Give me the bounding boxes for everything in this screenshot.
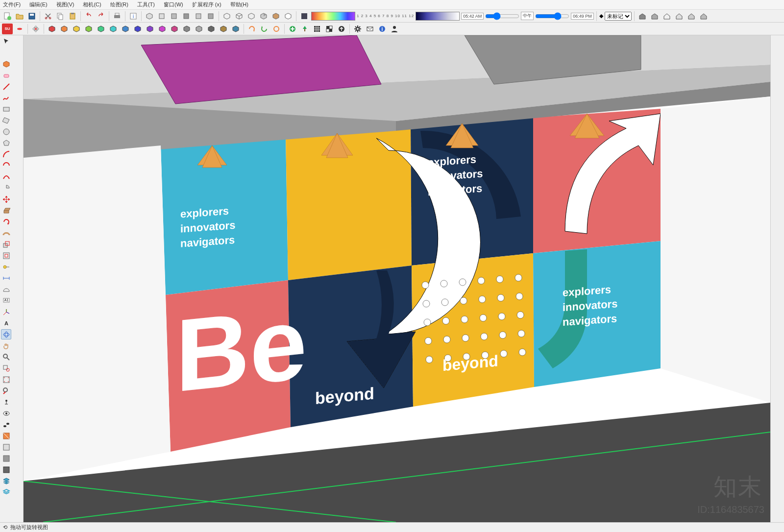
2pt-arc-tool[interactable]: [1, 160, 11, 170]
plugin-btn-14[interactable]: [218, 24, 229, 34]
gear-icon[interactable]: [352, 24, 363, 34]
add-icon[interactable]: [287, 24, 298, 34]
new-file-button[interactable]: [2, 11, 13, 22]
house-icon[interactable]: [662, 11, 672, 22]
copy-button[interactable]: [55, 11, 66, 22]
axes-tool[interactable]: [1, 307, 11, 317]
tree-icon[interactable]: [299, 24, 310, 34]
back-view-button[interactable]: [193, 11, 204, 22]
move-tool[interactable]: [1, 194, 11, 204]
followme-tool[interactable]: [1, 228, 11, 238]
eraser-tool[interactable]: [1, 70, 11, 80]
info-icon[interactable]: i: [377, 24, 388, 34]
su-logo-icon[interactable]: SU: [2, 24, 13, 34]
rotate-tool[interactable]: [1, 217, 11, 227]
3pt-arc-tool[interactable]: [1, 171, 11, 182]
plugin-s-icon[interactable]: [14, 24, 25, 34]
plugin-btn-8[interactable]: [145, 24, 155, 34]
text-tool[interactable]: A1: [1, 295, 11, 306]
zoom-tool[interactable]: [1, 352, 11, 362]
plugin-btn-11[interactable]: [181, 24, 192, 34]
menu-help[interactable]: 帮助(H): [230, 1, 248, 8]
model-info-button[interactable]: i: [128, 11, 139, 22]
open-file-button[interactable]: [14, 11, 25, 22]
walk-tool[interactable]: [1, 419, 11, 430]
layer-select[interactable]: 未标记: [605, 12, 632, 21]
menu-window[interactable]: 窗口(W): [164, 1, 183, 8]
extension-wh-button[interactable]: [649, 11, 660, 22]
layers-icon[interactable]: [1, 476, 11, 486]
cut-button[interactable]: [43, 11, 53, 22]
section-cut-tool[interactable]: [1, 464, 11, 475]
prev-view-tool[interactable]: [1, 386, 11, 396]
rect-tool[interactable]: [1, 104, 11, 114]
right-tray[interactable]: [770, 35, 784, 522]
time-slider[interactable]: [485, 12, 519, 20]
freehand-tool[interactable]: [1, 93, 11, 103]
date-slider[interactable]: [535, 12, 569, 20]
style-wireframe-button[interactable]: [234, 11, 245, 22]
menu-view[interactable]: 视图(V): [56, 1, 74, 8]
style-shaded-tex-button[interactable]: [270, 11, 281, 22]
arc-tool[interactable]: [1, 149, 11, 159]
style-mono-button[interactable]: [283, 11, 294, 22]
plugin-btn-5[interactable]: [108, 24, 119, 34]
offset-tool[interactable]: [1, 250, 11, 261]
select-tool[interactable]: [1, 36, 11, 47]
dimension-tool[interactable]: [1, 273, 11, 283]
left-view-button[interactable]: [205, 11, 216, 22]
style-hidden-button[interactable]: [246, 11, 257, 22]
position-camera-tool[interactable]: [1, 397, 11, 407]
section-fill-tool[interactable]: [1, 453, 11, 463]
plugin-btn-9[interactable]: [157, 24, 168, 34]
protractor-tool[interactable]: [1, 284, 11, 294]
zoom-window-tool[interactable]: [1, 363, 11, 373]
print-button[interactable]: [112, 11, 122, 22]
plugin-btn-10[interactable]: [169, 24, 180, 34]
outliner-icon[interactable]: [1, 487, 11, 497]
plugin-btn-15[interactable]: [230, 24, 241, 34]
plugin-btn-12[interactable]: [194, 24, 204, 34]
plugin-btn-13[interactable]: [206, 24, 217, 34]
menu-file[interactable]: 文件(F): [3, 1, 21, 8]
user-icon[interactable]: [389, 24, 400, 34]
atom-icon[interactable]: [30, 24, 41, 34]
warehouse-button[interactable]: [637, 11, 648, 22]
menu-draw[interactable]: 绘图(R): [110, 1, 128, 8]
polygon-tool[interactable]: [1, 138, 11, 148]
house4-icon[interactable]: [698, 11, 709, 22]
plugin-btn-0[interactable]: [47, 24, 57, 34]
top-view-button[interactable]: [156, 11, 167, 22]
plugin-btn-4[interactable]: [96, 24, 106, 34]
style-shaded-button[interactable]: [258, 11, 269, 22]
refresh-icon[interactable]: [246, 24, 257, 34]
section-display-tool[interactable]: [1, 442, 11, 452]
orbit-tool[interactable]: [1, 329, 11, 339]
undo-button[interactable]: [83, 11, 94, 22]
front-view-button[interactable]: [169, 11, 179, 22]
grid-icon[interactable]: [312, 24, 322, 34]
upload-icon[interactable]: [336, 24, 347, 34]
plugin-btn-1[interactable]: [59, 24, 70, 34]
redo-button[interactable]: [96, 11, 106, 22]
zoom-extents-tool[interactable]: [1, 374, 11, 385]
paste-button[interactable]: [67, 11, 78, 22]
pushpull-tool[interactable]: [1, 205, 11, 216]
plugin-btn-7[interactable]: [132, 24, 143, 34]
menu-tools[interactable]: 工具(T): [137, 1, 155, 8]
line-tool[interactable]: [1, 81, 11, 92]
3dtext-tool[interactable]: A: [1, 318, 11, 328]
cycle-icon[interactable]: [271, 24, 282, 34]
house3-icon[interactable]: [686, 11, 697, 22]
menu-edit[interactable]: 编辑(E): [29, 1, 48, 8]
refresh2-icon[interactable]: [259, 24, 270, 34]
pan-tool[interactable]: [1, 340, 11, 351]
right-view-button[interactable]: [181, 11, 192, 22]
plugin-btn-3[interactable]: [83, 24, 94, 34]
component-tool[interactable]: [1, 59, 11, 69]
menu-camera[interactable]: 相机(C): [83, 1, 101, 8]
scale-tool[interactable]: [1, 239, 11, 249]
checker-icon[interactable]: [324, 24, 335, 34]
menu-extensions[interactable]: 扩展程序 (x): [192, 1, 221, 8]
shadow-button[interactable]: [299, 11, 310, 22]
